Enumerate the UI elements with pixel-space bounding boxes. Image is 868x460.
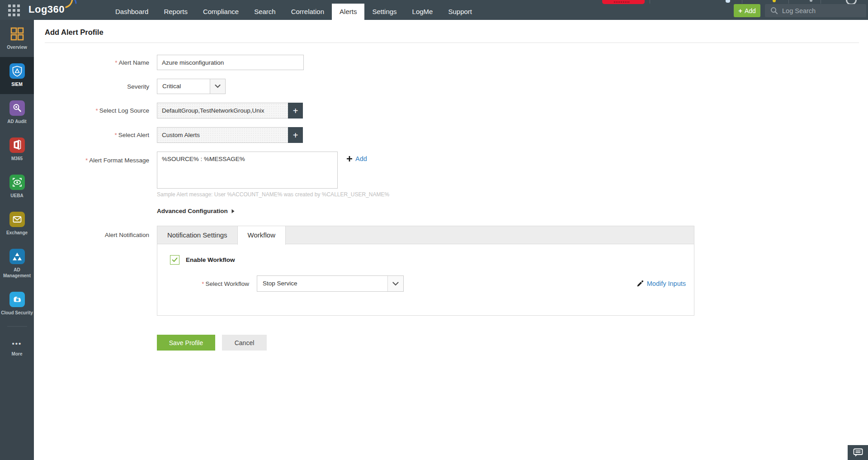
tab-workflow[interactable]: Workflow [237, 226, 286, 245]
modify-inputs-link[interactable]: Modify Inputs [637, 280, 686, 287]
nav-item-logme[interactable]: LogMe [405, 4, 441, 20]
alert-name-input[interactable] [157, 55, 304, 70]
add-format-link[interactable]: Add [347, 155, 367, 162]
main-content: Add Alert Profile *Alert Name Severity C… [34, 20, 868, 460]
sample-alert-message: Sample Alert message: User %ACCOUNT_NAME… [157, 191, 859, 198]
sidebar-divider [7, 326, 27, 327]
nav-item-reports[interactable]: Reports [156, 4, 195, 20]
enable-workflow-checkbox[interactable] [170, 255, 179, 265]
severity-label: Severity [45, 83, 149, 90]
add-alert-profile-form: *Alert Name Severity Critical *Select Lo… [45, 55, 859, 351]
toolbar-separator [650, 0, 650, 4]
select-workflow-value: Stop Service [257, 276, 387, 291]
nav-item-compliance[interactable]: Compliance [195, 4, 246, 20]
required-asterisk: * [85, 157, 88, 164]
sidebar-item-more[interactable]: ••• More [0, 330, 34, 364]
required-asterisk: * [115, 59, 117, 66]
toolbar-icon-truncated[interactable] [726, 0, 730, 3]
log-source-label: *Select Log Source [45, 107, 149, 114]
toolbar-separator [821, 0, 821, 4]
main-nav: Dashboard Reports Compliance Search Corr… [108, 0, 480, 20]
sidebar-item-overview[interactable]: Overview [0, 20, 34, 57]
select-alert-field: Custom Alerts + [157, 127, 303, 143]
format-message-textarea[interactable] [157, 152, 338, 189]
search-icon [770, 7, 778, 14]
log360-logo[interactable]: Log360 [28, 0, 65, 20]
severity-value: Critical [157, 79, 210, 94]
arrow-right-icon [231, 209, 235, 213]
nav-item-alerts[interactable]: Alerts [332, 4, 364, 20]
form-buttons: Save Profile Cancel [157, 335, 859, 351]
sidebar-item-m365[interactable]: M365 [0, 131, 34, 168]
m365-office-icon [9, 138, 25, 153]
log-source-value[interactable]: DefaultGroup,TestNetworkGroup,Unix [157, 103, 288, 119]
advanced-configuration-toggle[interactable]: Advanced Configuration [157, 208, 235, 214]
topbar: Log360 Dashboard Reports Compliance Sear… [0, 0, 868, 20]
sidebar-item-siem[interactable]: SIEM [0, 57, 34, 94]
sidebar: Overview SIEM AD Audit M365 [0, 20, 34, 460]
select-alert-row: *Select Alert Custom Alerts + [45, 127, 859, 143]
modify-inputs-label: Modify Inputs [647, 280, 686, 287]
toolbar-separator [742, 0, 742, 4]
chat-widget-button[interactable] [848, 445, 868, 460]
ad-audit-search-icon [9, 100, 25, 116]
logo-swoosh-icon [65, 0, 77, 11]
app-launcher-icon[interactable] [7, 4, 21, 17]
ueba-eye-icon [9, 175, 25, 190]
nav-item-correlation[interactable]: Correlation [283, 4, 332, 20]
plus-icon [347, 156, 352, 161]
nav-item-search[interactable]: Search [246, 4, 283, 20]
add-format-label: Add [355, 155, 367, 162]
add-button-label: Add [745, 7, 756, 14]
select-workflow-label: *Select Workflow [157, 280, 249, 287]
nav-item-support[interactable]: Support [440, 4, 480, 20]
log-search-button[interactable]: Log Search [765, 4, 866, 17]
enable-workflow-label: Enable Workflow [186, 256, 235, 263]
severity-select[interactable]: Critical [157, 79, 226, 94]
sidebar-item-exchange[interactable]: Exchange [0, 205, 34, 242]
chevron-down-icon [210, 79, 225, 94]
required-asterisk: * [202, 280, 204, 287]
chevron-down-icon [387, 276, 403, 291]
sidebar-item-ad-management[interactable]: AD Management [0, 242, 34, 285]
format-message-label: *Alert Format Message [45, 152, 149, 164]
overview-grid-icon [9, 26, 25, 42]
badge-marks [614, 1, 629, 3]
notification-box: Notification Settings Workflow Enable Wo… [157, 226, 694, 316]
alert-notification-section: Alert Notification Notification Settings… [45, 226, 859, 316]
title-divider [45, 43, 859, 43]
alert-name-row: *Alert Name [45, 55, 859, 70]
alert-name-label: *Alert Name [45, 59, 149, 66]
sidebar-item-ad-audit[interactable]: AD Audit [0, 94, 34, 131]
save-profile-button[interactable]: Save Profile [157, 335, 215, 351]
toolbar-icon-truncated[interactable] [810, 0, 812, 2]
page-title: Add Alert Profile [45, 28, 859, 37]
chat-icon [853, 448, 863, 457]
advanced-configuration-label: Advanced Configuration [157, 208, 228, 214]
workflow-panel: Enable Workflow *Select Workflow Stop Se… [157, 244, 694, 316]
ad-management-triangles-icon [9, 249, 25, 264]
nav-item-settings[interactable]: Settings [364, 4, 404, 20]
more-dots-icon: ••• [9, 339, 25, 348]
required-asterisk: * [95, 107, 98, 114]
severity-row: Severity Critical [45, 79, 859, 94]
notification-tabbar: Notification Settings Workflow [157, 226, 694, 244]
toolbar-separator [788, 0, 789, 4]
required-asterisk: * [114, 132, 117, 138]
log-source-plus-button[interactable]: + [288, 103, 303, 119]
sidebar-item-ueba[interactable]: UEBA [0, 168, 34, 205]
toolbar-icon-truncated[interactable] [773, 0, 776, 2]
tab-notification-settings[interactable]: Notification Settings [157, 226, 237, 244]
log-source-field: DefaultGroup,TestNetworkGroup,Unix + [157, 103, 303, 119]
siem-shield-icon [9, 63, 25, 79]
cancel-button[interactable]: Cancel [222, 335, 267, 351]
select-alert-plus-button[interactable]: + [288, 127, 303, 143]
select-alert-value[interactable]: Custom Alerts [157, 127, 288, 143]
nav-item-dashboard[interactable]: Dashboard [108, 4, 156, 20]
select-workflow-select[interactable]: Stop Service [257, 275, 404, 292]
log-search-label: Log Search [782, 7, 816, 14]
sidebar-item-cloud-security[interactable]: Cloud Security [0, 285, 34, 322]
add-button[interactable]: + Add [734, 4, 760, 17]
notification-badge[interactable] [602, 0, 645, 4]
format-message-row: *Alert Format Message Add [45, 152, 859, 189]
